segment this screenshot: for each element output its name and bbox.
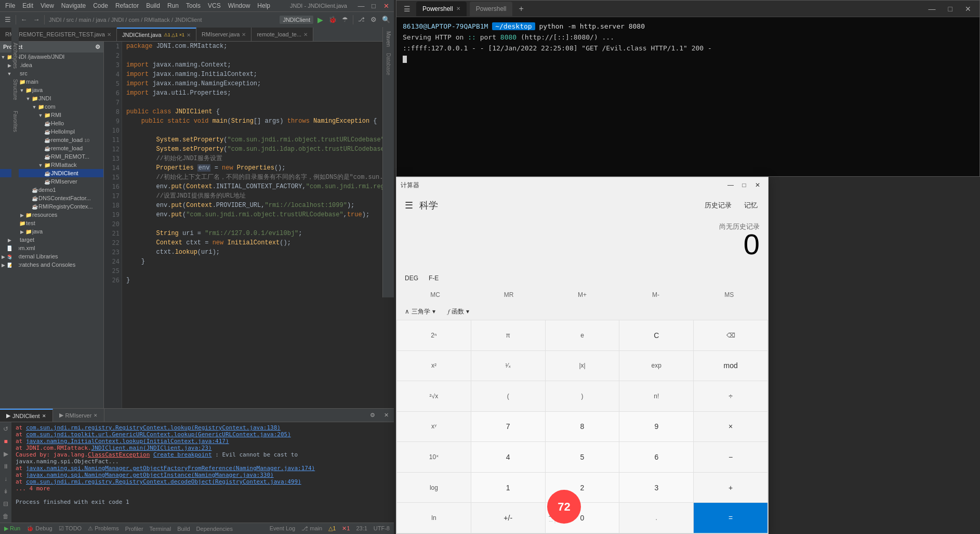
- tab-rmiserver-run[interactable]: ▶ RMIserver ✕: [53, 409, 105, 422]
- bottom-close-button[interactable]: ✕: [380, 410, 392, 421]
- archetype-label[interactable]: Archetypes: [12, 43, 18, 69]
- coverage-button[interactable]: ☂: [339, 14, 351, 25]
- calc-btn-negate[interactable]: +/-: [471, 503, 545, 533]
- rerun-icon[interactable]: ↺: [2, 424, 9, 434]
- code-area[interactable]: 12345 678910 1112131415 1617181920 21222…: [104, 42, 394, 408]
- calc-btn-equal[interactable]: =: [694, 503, 767, 533]
- calc-btn-5[interactable]: 5: [546, 442, 619, 472]
- statusbar-problems[interactable]: ⚠ Problems: [88, 525, 119, 532]
- calc-history-button[interactable]: 历史记录: [700, 199, 736, 212]
- scroll-end-icon[interactable]: ↡: [2, 487, 9, 496]
- favorites-label[interactable]: Favorites: [12, 111, 18, 132]
- calc-deg-button[interactable]: DEG: [401, 272, 422, 284]
- calc-fe-button[interactable]: F-E: [425, 272, 443, 284]
- calc-btn-mod[interactable]: mod: [694, 351, 767, 381]
- calc-ms-button[interactable]: MS: [693, 288, 766, 302]
- filter-icon[interactable]: ⊟: [2, 499, 9, 509]
- menu-build[interactable]: Build: [143, 1, 163, 10]
- menu-code[interactable]: Code: [90, 1, 111, 10]
- calc-btn-lparen[interactable]: (: [471, 381, 545, 411]
- tab-run[interactable]: ▶ JNDIClient ✕: [0, 409, 53, 422]
- calc-btn-decimal[interactable]: .: [619, 503, 693, 533]
- ps-tab-2[interactable]: Powershell: [470, 2, 513, 16]
- menu-view[interactable]: View: [37, 1, 57, 10]
- ps-minimize-button[interactable]: —: [924, 4, 940, 14]
- search-everywhere-button[interactable]: 🔍: [380, 14, 392, 25]
- calc-btn-1[interactable]: 1: [471, 473, 545, 503]
- calc-fn-dropdown[interactable]: 𝑓 函数 ▾: [444, 305, 473, 318]
- stop-icon[interactable]: ■: [3, 437, 8, 446]
- calc-btn-sqrt[interactable]: ²√x: [397, 381, 471, 411]
- tab-close-active-icon[interactable]: ✕: [187, 32, 191, 38]
- calc-mr-button[interactable]: MR: [472, 288, 545, 302]
- menu-refactor[interactable]: Refactor: [112, 1, 142, 10]
- calc-btn-3[interactable]: 3: [619, 473, 693, 503]
- calc-mplus-button[interactable]: M+: [546, 288, 619, 302]
- close-button[interactable]: ✕: [380, 0, 392, 11]
- bottom-settings-button[interactable]: ⚙: [367, 410, 378, 421]
- calc-btn-div[interactable]: ÷: [694, 381, 767, 411]
- ps-new-tab-button[interactable]: +: [515, 4, 526, 14]
- calc-btn-xy[interactable]: xʸ: [397, 412, 471, 442]
- calc-btn-9[interactable]: 9: [619, 412, 693, 442]
- run-config-label[interactable]: JNDIClient: [280, 16, 313, 24]
- resume-icon[interactable]: ▶: [3, 449, 9, 459]
- weather-temp-circle[interactable]: 72: [547, 490, 581, 524]
- calc-btn-e[interactable]: e: [546, 320, 619, 350]
- tab-remote-load[interactable]: remote_load_te... ✕: [251, 28, 313, 41]
- calc-btn-8[interactable]: 8: [546, 412, 619, 442]
- git-button[interactable]: ⎇: [355, 14, 367, 25]
- calc-btn-exp[interactable]: exp: [619, 351, 693, 381]
- calc-mminus-button[interactable]: M-: [619, 288, 692, 302]
- calc-btn-abs[interactable]: |x|: [546, 351, 619, 381]
- code-content[interactable]: package JDNI.com.RMIattack; import javax…: [122, 42, 394, 408]
- pause-icon[interactable]: ⏸: [2, 462, 10, 471]
- calc-btn-4[interactable]: 4: [471, 442, 545, 472]
- calc-btn-6[interactable]: 6: [619, 442, 693, 472]
- statusbar-build[interactable]: Build: [177, 526, 190, 532]
- step-icon[interactable]: ↓: [3, 474, 8, 484]
- statusbar-run-btn[interactable]: ▶ Run: [4, 525, 20, 532]
- statusbar-debug-btn[interactable]: 🐞 Debug: [27, 525, 52, 532]
- tab-rmiserver[interactable]: RMIserver.java ✕: [196, 28, 251, 41]
- ps-maximize-button[interactable]: □: [944, 4, 957, 14]
- calc-btn-rparen[interactable]: ): [546, 381, 619, 411]
- calc-trig-dropdown[interactable]: ∧ 三角学 ▾: [401, 305, 440, 318]
- calc-btn-add[interactable]: +: [694, 473, 767, 503]
- menu-vcs[interactable]: VCS: [205, 1, 224, 10]
- database-label[interactable]: Database: [386, 53, 391, 75]
- menu-run[interactable]: Run: [164, 1, 182, 10]
- calc-minimize-button[interactable]: —: [724, 180, 737, 190]
- calc-mc-button[interactable]: MC: [399, 288, 472, 302]
- statusbar-terminal[interactable]: Terminal: [150, 526, 171, 532]
- minimize-button[interactable]: —: [355, 0, 367, 11]
- calc-btn-10x[interactable]: 10ˣ: [397, 442, 471, 472]
- statusbar-eventlog[interactable]: Event Log: [270, 525, 296, 532]
- clear-console-icon[interactable]: 🗑: [2, 512, 10, 521]
- calc-btn-x2[interactable]: x²: [397, 351, 471, 381]
- ps-close-button[interactable]: ✕: [961, 4, 975, 14]
- menu-edit[interactable]: Edit: [19, 1, 36, 10]
- calc-btn-backspace[interactable]: ⌫: [694, 320, 767, 350]
- run-button[interactable]: ▶: [314, 14, 326, 25]
- menu-help[interactable]: Help: [254, 1, 273, 10]
- calc-close-button[interactable]: ✕: [751, 180, 764, 190]
- menu-tools[interactable]: Tools: [183, 1, 204, 10]
- forward-button[interactable]: →: [31, 14, 42, 25]
- ps-tab-1-close[interactable]: ✕: [456, 6, 460, 11]
- statusbar-profiler[interactable]: Profiler: [125, 526, 143, 532]
- calc-btn-mul[interactable]: ×: [694, 412, 767, 442]
- menu-navigate[interactable]: Navigate: [58, 1, 89, 10]
- calc-btn-7[interactable]: 7: [471, 412, 545, 442]
- calc-btn-recip[interactable]: ¹⁄ₓ: [471, 351, 545, 381]
- maximize-button[interactable]: □: [368, 0, 379, 11]
- tab-close-icon[interactable]: ✕: [107, 32, 111, 37]
- debug-button[interactable]: 🐞: [327, 14, 338, 25]
- project-toggle-button[interactable]: ☰: [2, 14, 14, 25]
- calc-btn-pi[interactable]: π: [471, 320, 545, 350]
- ps-tab-1[interactable]: Powershell ✕: [416, 2, 467, 16]
- menu-window[interactable]: Window: [225, 1, 254, 10]
- tab-jndiclient[interactable]: JNDIClient.java ⚠1 △1 ×1 ✕: [117, 28, 196, 41]
- calc-btn-2n[interactable]: 2ⁿ: [397, 320, 471, 350]
- tab-close-remote-icon[interactable]: ✕: [303, 32, 308, 37]
